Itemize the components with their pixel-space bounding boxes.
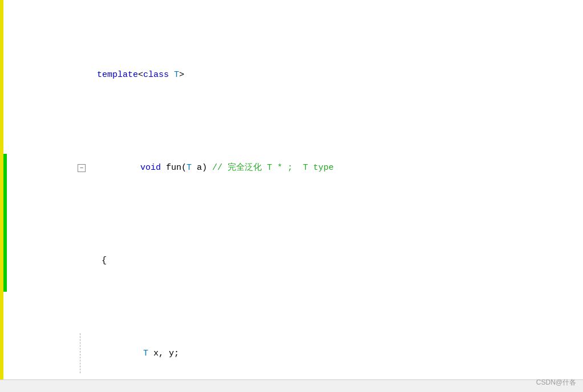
code-line-1: template<class T>	[34, 55, 578, 95]
watermark: CSDN@什各	[536, 378, 576, 387]
gutter	[0, 0, 30, 392]
fold-button-1[interactable]: −	[78, 164, 86, 172]
green-bar-highlight-2	[3, 178, 7, 292]
code-line-2: − void fun(T a) // 完全泛化 T * ; T type	[34, 148, 578, 188]
green-bar-highlight-1	[3, 154, 7, 178]
bottom-scrollbar[interactable]	[0, 379, 583, 392]
code-area: template<class T> − void fun(T a) // 完全泛…	[0, 0, 583, 392]
code-content: template<class T> − void fun(T a) // 完全泛…	[30, 0, 583, 392]
keyword-template: template	[97, 70, 138, 80]
editor-container: template<class T> − void fun(T a) // 完全泛…	[0, 0, 583, 392]
code-line-4: T x, y;	[34, 333, 578, 373]
code-line-3: {	[34, 241, 578, 281]
line-indent: template<class T>	[46, 55, 184, 95]
